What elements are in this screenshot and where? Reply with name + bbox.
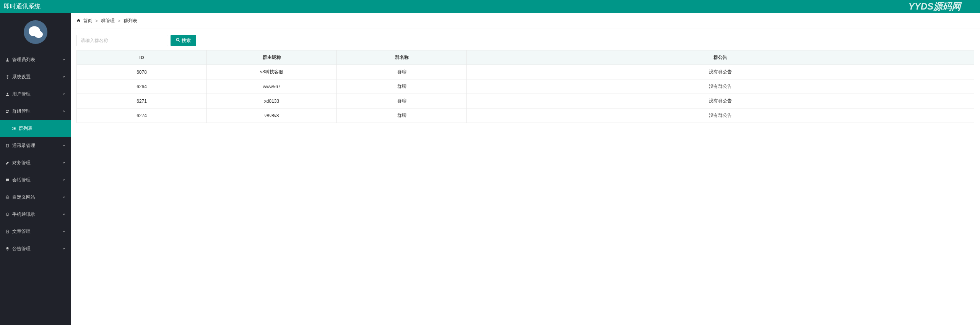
td-owner: www567 (207, 79, 337, 94)
search-icon (176, 38, 180, 43)
td-notice: 没有群公告 (467, 65, 974, 79)
sidebar-item-8[interactable]: 自定义网站 (0, 189, 71, 206)
chevron-down-icon (62, 230, 66, 234)
svg-rect-6 (12, 129, 13, 130)
svg-point-3 (6, 110, 7, 111)
edit-icon (5, 161, 10, 165)
svg-point-2 (7, 93, 8, 94)
table-row: 6078v8科技客服群聊没有群公告 (77, 65, 974, 79)
user-icon (5, 92, 10, 97)
phone-icon (5, 212, 10, 217)
chevron-down-icon (62, 58, 66, 62)
breadcrumb-separator: > (118, 18, 120, 24)
sidebar-item-label: 财务管理 (12, 160, 31, 166)
home-icon (76, 18, 81, 24)
th-id: ID (77, 50, 207, 65)
search-button-label: 搜索 (182, 37, 191, 44)
sidebar-item-4[interactable]: 群列表 (0, 120, 71, 137)
sidebar-item-5[interactable]: 通讯录管理 (0, 137, 71, 154)
globe-icon (5, 195, 10, 200)
content-area: 搜索 ID 群主昵称 群名称 群公告 6078v8科技客服群聊没有群公告6264… (71, 29, 980, 129)
sidebar-item-11[interactable]: 公告管理 (0, 240, 71, 257)
td-notice: 没有群公告 (467, 108, 974, 123)
breadcrumb: 首页 > 群管理 > 群列表 (71, 13, 980, 29)
td-name: 群聊 (337, 94, 467, 108)
app-title: 即时通讯系统 (4, 3, 41, 11)
brand-watermark: YYDS源码网 (908, 0, 976, 13)
sidebar-item-9[interactable]: 手机通讯录 (0, 206, 71, 223)
sidebar: 管理员列表系统设置用户管理群组管理群列表通讯录管理财务管理会话管理自定义网站手机… (0, 13, 71, 325)
doc-icon (5, 230, 10, 234)
td-owner: v8v8v8 (207, 108, 337, 123)
chevron-down-icon (62, 75, 66, 79)
sidebar-item-6[interactable]: 财务管理 (0, 154, 71, 171)
th-name: 群名称 (337, 50, 467, 65)
th-notice: 群公告 (467, 50, 974, 65)
cog-icon (5, 75, 10, 79)
svg-line-17 (179, 40, 180, 42)
list-icon (11, 126, 16, 131)
sidebar-item-1[interactable]: 系统设置 (0, 68, 71, 86)
td-id: 6078 (77, 65, 207, 79)
sidebar-item-label: 文章管理 (12, 228, 31, 235)
search-bar: 搜索 (76, 35, 974, 46)
td-notice: 没有群公告 (467, 79, 974, 94)
svg-rect-5 (12, 127, 13, 128)
sidebar-item-0[interactable]: 管理员列表 (0, 51, 71, 68)
sidebar-item-label: 群列表 (19, 125, 33, 132)
chevron-down-icon (62, 195, 66, 200)
table-row: 6271xd8133群聊没有群公告 (77, 94, 974, 108)
th-owner: 群主昵称 (207, 50, 337, 65)
chevron-down-icon (62, 178, 66, 183)
sidebar-item-label: 公告管理 (12, 246, 31, 252)
groups-table: ID 群主昵称 群名称 群公告 6078v8科技客服群聊没有群公告6264www… (76, 50, 974, 123)
chevron-down-icon (62, 212, 66, 217)
sidebar-item-2[interactable]: 用户管理 (0, 86, 71, 103)
breadcrumb-separator: > (95, 18, 98, 24)
td-name: 群聊 (337, 79, 467, 94)
sidebar-item-3[interactable]: 群组管理 (0, 103, 71, 120)
breadcrumb-parent[interactable]: 群管理 (101, 18, 115, 24)
sidebar-item-label: 通讯录管理 (12, 142, 35, 149)
search-button[interactable]: 搜索 (171, 35, 196, 46)
td-id: 6271 (77, 94, 207, 108)
users-icon (5, 109, 10, 114)
sidebar-item-label: 会话管理 (12, 177, 31, 183)
search-input[interactable] (76, 35, 168, 46)
sidebar-item-label: 用户管理 (12, 91, 31, 97)
sidebar-item-label: 群组管理 (12, 108, 31, 115)
svg-point-4 (8, 110, 9, 112)
breadcrumb-current: 群列表 (124, 18, 137, 24)
chevron-up-icon (62, 109, 66, 114)
breadcrumb-home[interactable]: 首页 (83, 18, 92, 24)
chevron-down-icon (62, 92, 66, 97)
table-header-row: ID 群主昵称 群名称 群公告 (77, 50, 974, 65)
svg-point-16 (176, 38, 179, 40)
svg-rect-9 (13, 129, 15, 130)
user-icon (5, 58, 10, 62)
chevron-down-icon (62, 144, 66, 148)
header: 即时通讯系统 YYDS源码网 (0, 0, 980, 13)
sidebar-item-label: 手机通讯录 (12, 211, 35, 218)
svg-rect-8 (13, 128, 15, 129)
td-id: 6274 (77, 108, 207, 123)
sidebar-item-label: 管理员列表 (12, 57, 35, 63)
table-row: 6274v8v8v8群聊没有群公告 (77, 108, 974, 123)
svg-point-13 (7, 215, 8, 216)
sidebar-item-label: 系统设置 (12, 74, 31, 80)
book-icon (5, 144, 10, 148)
svg-point-1 (7, 76, 8, 78)
bell-icon (5, 247, 10, 251)
td-id: 6264 (77, 79, 207, 94)
td-owner: v8科技客服 (207, 65, 337, 79)
sidebar-item-10[interactable]: 文章管理 (0, 223, 71, 240)
svg-point-0 (7, 58, 8, 60)
wechat-logo-icon (24, 20, 47, 44)
td-notice: 没有群公告 (467, 94, 974, 108)
td-owner: xd8133 (207, 94, 337, 108)
td-name: 群聊 (337, 108, 467, 123)
chat-icon (5, 178, 10, 183)
sidebar-item-7[interactable]: 会话管理 (0, 171, 71, 189)
td-name: 群聊 (337, 65, 467, 79)
main-content: 首页 > 群管理 > 群列表 搜索 ID 群主昵称 (71, 13, 980, 325)
